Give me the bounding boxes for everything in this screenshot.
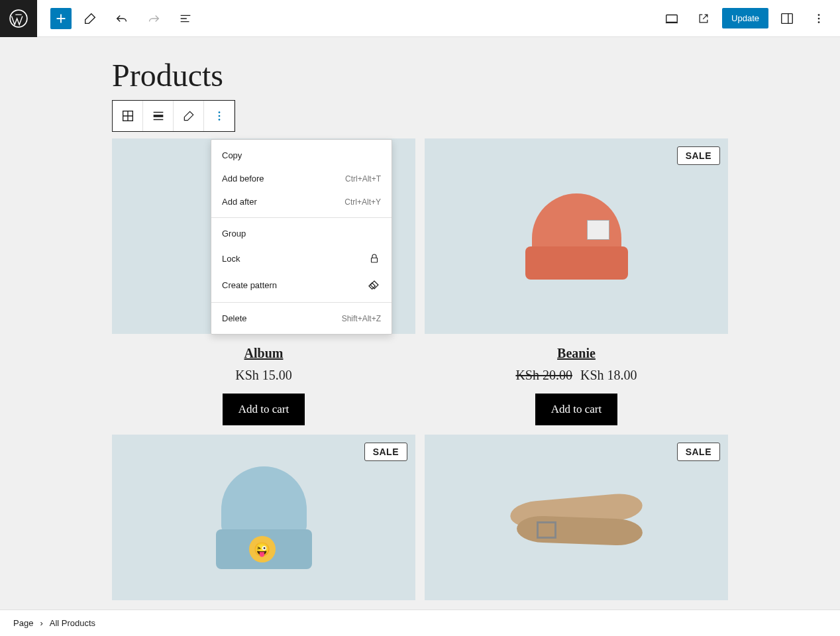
svg-point-3 <box>818 14 820 16</box>
toolbar-right: Update <box>658 5 840 32</box>
svg-rect-2 <box>782 13 793 23</box>
sidebar-toggle-button[interactable] <box>774 5 800 32</box>
svg-point-5 <box>818 21 820 23</box>
toolbar-left <box>37 5 199 32</box>
wordpress-logo[interactable] <box>0 0 37 37</box>
document-overview-button[interactable] <box>172 5 199 32</box>
add-block-button[interactable] <box>50 8 72 29</box>
undo-button[interactable] <box>109 5 135 32</box>
external-link-button[interactable] <box>690 5 717 32</box>
options-button[interactable] <box>806 5 832 32</box>
redo-button[interactable] <box>140 5 167 32</box>
update-button[interactable]: Update <box>722 8 768 28</box>
svg-rect-1 <box>666 15 678 22</box>
top-toolbar: Update <box>0 0 840 37</box>
view-button[interactable] <box>658 5 685 32</box>
tools-button[interactable] <box>77 5 103 32</box>
svg-point-4 <box>818 17 820 19</box>
